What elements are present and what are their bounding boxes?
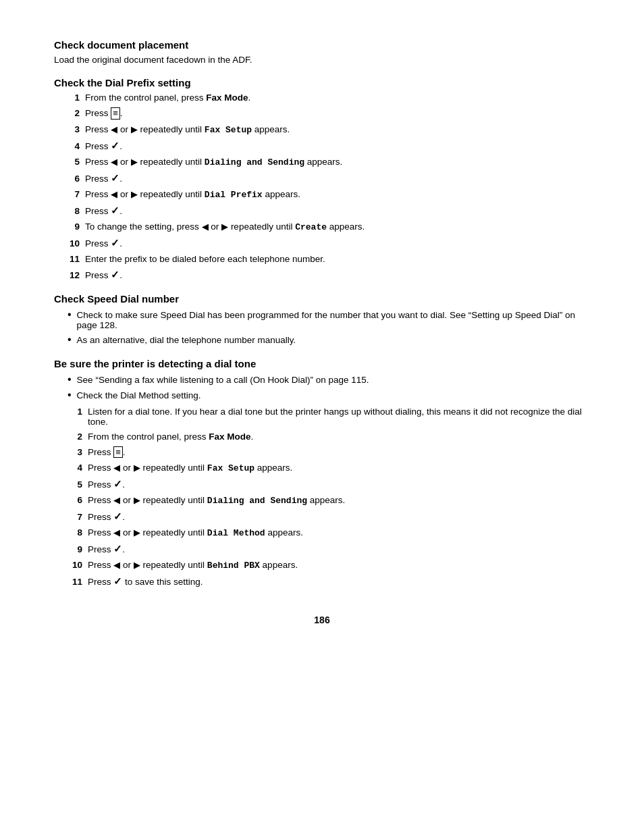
dial-tone-heading: Be sure the printer is detecting a dial … bbox=[54, 358, 590, 369]
step-number: 10 bbox=[61, 238, 80, 249]
step-content: To change the setting, press ◀ or ▶ repe… bbox=[85, 221, 590, 232]
list-item: 1 Listen for a dial tone. If you hear a … bbox=[54, 407, 590, 427]
list-item: 8 Press ◀ or ▶ repeatedly until Dial Met… bbox=[54, 527, 590, 538]
arrow-left-icon: ◀ bbox=[202, 221, 209, 232]
menu-icon: ≡ bbox=[113, 446, 123, 459]
list-item: 11 Press ✓ to save this setting. bbox=[54, 575, 590, 588]
bullet-text: Check the Dial Method setting. bbox=[77, 390, 201, 400]
mono-text: Dial Prefix bbox=[205, 190, 263, 200]
step-number: 8 bbox=[61, 206, 80, 216]
list-item: Check the Dial Method setting. bbox=[68, 389, 590, 401]
list-item: 10 Press ✓. bbox=[54, 237, 590, 249]
checkmark-icon: ✓ bbox=[113, 575, 122, 587]
list-item: 6 Press ✓. bbox=[54, 172, 590, 184]
step-content: Press ✓. bbox=[88, 478, 590, 490]
list-item: See “Sending a fax while listening to a … bbox=[68, 373, 590, 386]
step-content: Press ✓. bbox=[85, 205, 590, 217]
step-number: 5 bbox=[68, 479, 82, 490]
arrow-right-icon: ▶ bbox=[131, 124, 138, 134]
step-content: Press ◀ or ▶ repeatedly until Fax Setup … bbox=[85, 124, 590, 135]
checkmark-icon: ✓ bbox=[111, 140, 119, 151]
step-number: 9 bbox=[61, 221, 80, 232]
step-content: Press ✓ to save this setting. bbox=[88, 575, 590, 588]
mono-text: Create bbox=[295, 222, 327, 232]
step-number: 2 bbox=[68, 432, 82, 442]
list-item: 1 From the control panel, press Fax Mode… bbox=[54, 93, 590, 103]
arrow-right-icon: ▶ bbox=[131, 157, 138, 167]
page-footer: 186 bbox=[54, 615, 590, 625]
step-number: 6 bbox=[68, 495, 82, 505]
check-document-placement-desc: Load the original document facedown in t… bbox=[54, 55, 590, 65]
arrow-right-icon: ▶ bbox=[134, 463, 140, 473]
bullet-text: See “Sending a fax while listening to a … bbox=[77, 375, 369, 385]
checkmark-icon: ✓ bbox=[111, 205, 119, 216]
check-speed-dial-section: Check Speed Dial number Check to make su… bbox=[54, 293, 590, 346]
list-item: 7 Press ◀ or ▶ repeatedly until Dial Pre… bbox=[54, 189, 590, 200]
step-number: 7 bbox=[61, 189, 80, 199]
step-content: From the control panel, press Fax Mode. bbox=[88, 432, 590, 442]
step-content: Press ✓. bbox=[88, 543, 590, 555]
step-content: Press ✓. bbox=[88, 511, 590, 523]
mono-text: Fax Setup bbox=[207, 463, 254, 473]
list-item: 3 Press ≡. bbox=[54, 446, 590, 459]
bullet-text: As an alternative, dial the telephone nu… bbox=[77, 335, 296, 345]
mono-text: Fax Setup bbox=[205, 125, 252, 135]
checkmark-icon: ✓ bbox=[111, 172, 119, 184]
step-number: 8 bbox=[68, 527, 82, 538]
step-number: 7 bbox=[68, 512, 82, 522]
step-content: Press ✓. bbox=[85, 269, 590, 281]
step-number: 12 bbox=[61, 270, 80, 280]
step-number: 4 bbox=[61, 141, 80, 151]
list-item: 5 Press ✓. bbox=[54, 478, 590, 490]
mono-text: Behind PBX bbox=[207, 561, 260, 571]
list-item: 4 Press ◀ or ▶ repeatedly until Fax Setu… bbox=[54, 463, 590, 473]
step-number: 1 bbox=[68, 407, 82, 417]
mono-text: Dial Method bbox=[207, 528, 265, 538]
bullet-text: Check to make sure Speed Dial has been p… bbox=[77, 310, 590, 330]
step-number: 10 bbox=[68, 560, 82, 570]
checkmark-icon: ✓ bbox=[111, 269, 119, 280]
checkmark-icon: ✓ bbox=[113, 511, 122, 522]
list-item: 7 Press ✓. bbox=[54, 511, 590, 523]
check-document-placement-heading: Check document placement bbox=[54, 39, 590, 51]
list-item: 9 Press ✓. bbox=[54, 543, 590, 555]
arrow-left-icon: ◀ bbox=[113, 495, 120, 505]
step-content: Press ◀ or ▶ repeatedly until Dial Prefi… bbox=[85, 189, 590, 200]
step-content: Press ◀ or ▶ repeatedly until Dialing an… bbox=[85, 157, 590, 167]
list-item: As an alternative, dial the telephone nu… bbox=[68, 334, 590, 346]
menu-icon: ≡ bbox=[111, 107, 120, 120]
step-number: 9 bbox=[68, 544, 82, 554]
checkmark-icon: ✓ bbox=[113, 478, 122, 490]
step-number: 1 bbox=[61, 93, 80, 103]
dial-tone-bullets: See “Sending a fax while listening to a … bbox=[68, 373, 590, 401]
checkmark-icon: ✓ bbox=[111, 237, 119, 249]
dial-tone-substeps: 1 Listen for a dial tone. If you hear a … bbox=[54, 407, 590, 588]
list-item: 2 From the control panel, press Fax Mode… bbox=[54, 432, 590, 442]
page-number: 186 bbox=[314, 615, 329, 625]
step-content: Press ◀ or ▶ repeatedly until Dialing an… bbox=[88, 495, 590, 506]
list-item: 2 Press ≡. bbox=[54, 107, 590, 120]
list-item: 12 Press ✓. bbox=[54, 269, 590, 281]
step-content: Press ✓. bbox=[85, 172, 590, 184]
list-item: 10 Press ◀ or ▶ repeatedly until Behind … bbox=[54, 560, 590, 571]
arrow-left-icon: ◀ bbox=[111, 124, 117, 134]
arrow-left-icon: ◀ bbox=[113, 527, 120, 538]
step-number: 11 bbox=[61, 254, 80, 264]
step-content: Press ◀ or ▶ repeatedly until Dial Metho… bbox=[88, 527, 590, 538]
step-number: 11 bbox=[68, 577, 82, 587]
step-content: Press ✓. bbox=[85, 237, 590, 249]
mono-text: Dialing and Sending bbox=[205, 157, 304, 167]
step-content: Press ◀ or ▶ repeatedly until Behind PBX… bbox=[88, 560, 590, 571]
list-item: 8 Press ✓. bbox=[54, 205, 590, 217]
step-content: Press ≡. bbox=[85, 107, 590, 120]
list-item: 11 Enter the prefix to be dialed before … bbox=[54, 254, 590, 264]
list-item: Check to make sure Speed Dial has been p… bbox=[68, 309, 590, 330]
step-number: 6 bbox=[61, 174, 80, 184]
arrow-right-icon: ▶ bbox=[134, 527, 140, 538]
step-content: Press ≡. bbox=[88, 446, 590, 459]
checkmark-icon: ✓ bbox=[113, 543, 122, 554]
check-speed-dial-heading: Check Speed Dial number bbox=[54, 293, 590, 305]
check-dial-prefix-list: 1 From the control panel, press Fax Mode… bbox=[54, 93, 590, 281]
list-item: 6 Press ◀ or ▶ repeatedly until Dialing … bbox=[54, 495, 590, 506]
step-number: 2 bbox=[61, 108, 80, 118]
